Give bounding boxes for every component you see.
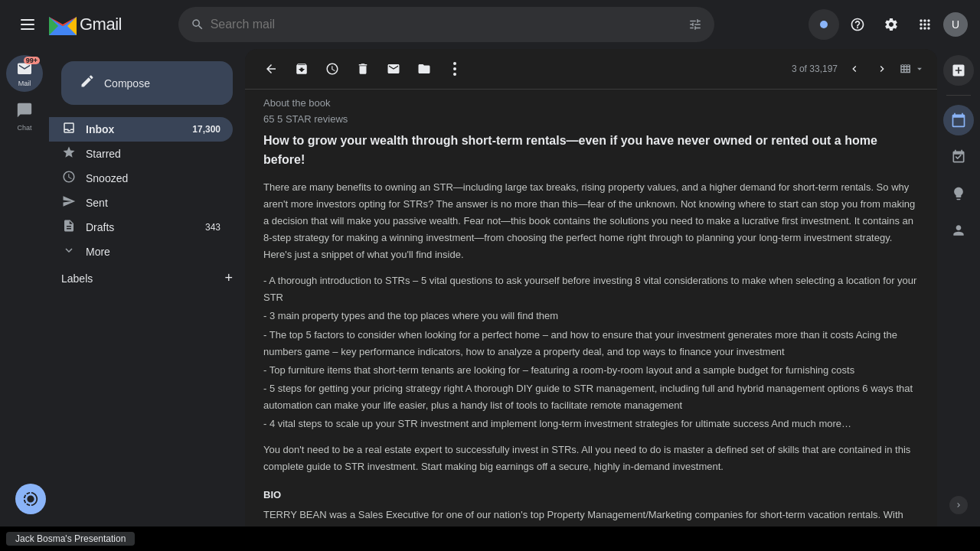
right-icon-tasks[interactable] — [943, 142, 974, 172]
compose-button[interactable]: Compose — [61, 61, 233, 105]
svg-point-5 — [453, 73, 456, 76]
prev-email-button[interactable] — [844, 58, 865, 80]
menu-button[interactable] — [12, 9, 43, 40]
add-app-button[interactable] — [943, 55, 974, 86]
email-toolbar: 3 of 33,197 — [245, 49, 937, 90]
settings-button[interactable] — [876, 9, 906, 40]
email-subject: How to grow your wealth through short-te… — [263, 131, 919, 170]
inbox-icon — [61, 121, 77, 138]
svg-point-3 — [453, 62, 456, 65]
search-bar[interactable] — [178, 7, 714, 42]
inbox-count: 17,300 — [192, 124, 220, 135]
right-divider — [946, 95, 971, 96]
snoozed-icon — [61, 170, 77, 187]
email-area: 3 of 33,197 — [245, 49, 937, 527]
sent-icon — [61, 194, 77, 211]
back-button[interactable] — [257, 55, 285, 83]
right-icon-keep[interactable] — [943, 178, 974, 209]
more-actions-button[interactable] — [441, 55, 469, 83]
user-avatar[interactable]: U — [943, 12, 968, 37]
sidebar: Compose Inbox 17,300 Starred — [49, 49, 245, 527]
view-toggle[interactable] — [899, 62, 925, 76]
drafts-icon — [61, 219, 77, 236]
bio-title: BIO — [263, 487, 919, 504]
bio-text: TERRY BEAN was a Sales Executive for one… — [263, 507, 919, 527]
main-layout: 99+ Mail Chat Compose — [0, 49, 980, 527]
nav-label-drafts: Drafts — [86, 221, 114, 233]
svg-rect-2 — [21, 28, 34, 30]
nav-label-inbox: Inbox — [86, 123, 114, 135]
drafts-count: 343 — [205, 222, 220, 233]
notification-indicator — [820, 21, 828, 28]
nav-item-starred[interactable]: Starred — [49, 142, 233, 166]
list-item-3: - The top 5 factors to consider when loo… — [263, 327, 919, 360]
top-bar: Gmail U — [0, 0, 980, 49]
nav-label-starred: Starred — [86, 148, 121, 160]
email-list: - A thorough introduction to STRs – 5 vi… — [263, 272, 919, 432]
nav-item-inbox[interactable]: Inbox 17,300 — [49, 117, 233, 142]
top-right-icons: U — [808, 9, 968, 40]
gmail-title: Gmail — [80, 15, 122, 34]
compose-label: Compose — [104, 77, 150, 90]
email-counter: 3 of 33,197 — [792, 58, 925, 80]
next-email-button[interactable] — [871, 58, 893, 80]
nav-label-sent: Sent — [86, 197, 108, 209]
delete-button[interactable] — [349, 55, 377, 83]
email-closing: You don't need to be a real estate exper… — [263, 442, 919, 475]
svg-rect-1 — [21, 24, 34, 25]
mark-button[interactable] — [380, 55, 407, 83]
labels-add-button[interactable]: + — [224, 270, 233, 286]
list-item-5: - 5 steps for getting your pricing strat… — [263, 380, 919, 414]
more-chevron-icon — [61, 243, 77, 260]
mail-badge: 99+ — [24, 57, 40, 64]
snooze-button[interactable] — [318, 55, 346, 83]
taskbar-presentation[interactable]: Jack Bosma's Presentation — [6, 532, 135, 546]
list-item-4: - Top furniture items that short-term te… — [263, 362, 919, 379]
svg-point-4 — [453, 67, 456, 70]
svg-rect-0 — [21, 19, 34, 21]
fab-button[interactable] — [15, 484, 46, 514]
chat-icon — [16, 102, 33, 122]
help-button[interactable] — [842, 9, 873, 40]
email-body: About the book 65 5 STAR reviews How to … — [245, 90, 937, 527]
archive-button[interactable] — [288, 55, 315, 83]
left-icon-bar: 99+ Mail Chat — [0, 49, 49, 527]
taskbar: Jack Bosma's Presentation — [0, 527, 980, 551]
nav-item-more[interactable]: More — [49, 240, 233, 264]
sidebar-item-mail[interactable]: 99+ Mail — [6, 55, 43, 92]
apps-button[interactable] — [910, 9, 940, 40]
nav-label-more: More — [86, 246, 110, 258]
notification-button[interactable] — [808, 9, 839, 40]
move-button[interactable] — [410, 55, 438, 83]
right-sidebar — [937, 49, 980, 527]
right-icon-contacts[interactable] — [943, 215, 974, 246]
compose-icon — [80, 73, 95, 93]
search-input[interactable] — [211, 18, 682, 31]
list-item-2: - 3 main property types and the top plac… — [263, 308, 919, 324]
list-item-6: - 4 vital steps to scale up your STR inv… — [263, 416, 919, 432]
email-body-paragraph: There are many benefits to owning an STR… — [263, 179, 919, 263]
gmail-logo: Gmail — [49, 14, 122, 35]
sidebar-item-chat[interactable]: Chat — [6, 98, 43, 135]
list-item-1: - A thorough introduction to STRs – 5 vi… — [263, 272, 919, 306]
nav-item-sent[interactable]: Sent — [49, 191, 233, 215]
nav-label-snoozed: Snoozed — [86, 172, 128, 184]
right-expand-button[interactable] — [949, 496, 968, 514]
nav-item-drafts[interactable]: Drafts 343 — [49, 215, 233, 240]
email-pre-header: About the book 65 5 STAR reviews — [263, 90, 919, 128]
right-icon-calendar[interactable] — [943, 105, 974, 135]
labels-header: Labels + — [49, 264, 245, 292]
nav-item-snoozed[interactable]: Snoozed — [49, 166, 233, 191]
starred-icon — [61, 145, 77, 162]
